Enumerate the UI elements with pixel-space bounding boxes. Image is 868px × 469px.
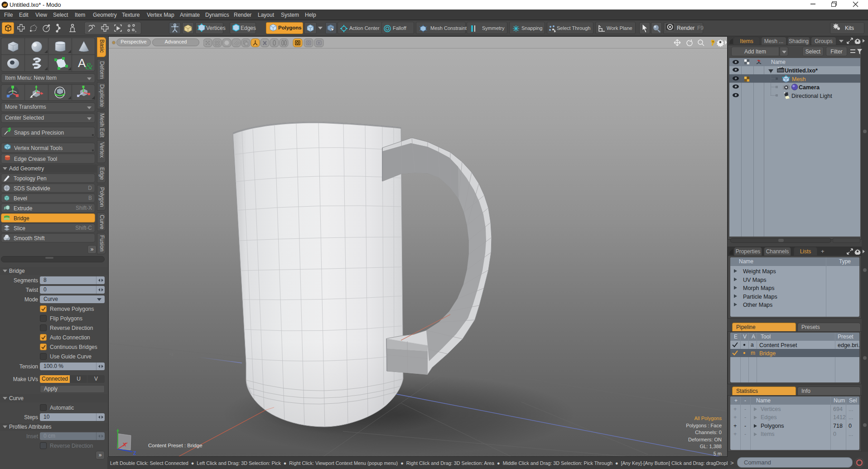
- svg-text:Other Maps: Other Maps: [743, 302, 772, 308]
- svg-text:a: a: [751, 342, 754, 348]
- svg-text:0: 0: [849, 423, 852, 429]
- svg-text:Z: Z: [133, 450, 136, 456]
- svg-text:...: ...: [849, 431, 853, 437]
- svg-text:Bridge: Bridge: [759, 350, 776, 357]
- svg-text:Content Preset: Content Preset: [759, 342, 797, 348]
- svg-text:-: -: [744, 406, 746, 412]
- svg-text:m: m: [751, 350, 755, 356]
- svg-text:UV Maps: UV Maps: [743, 277, 766, 283]
- svg-text:&: &: [85, 60, 93, 72]
- svg-text:...: ...: [849, 406, 853, 412]
- svg-text:718: 718: [833, 423, 843, 429]
- svg-text:...: ...: [849, 414, 853, 421]
- svg-text:+: +: [733, 431, 737, 437]
- svg-text:-: -: [744, 431, 746, 437]
- svg-text:edge.bri...: edge.bri...: [838, 342, 859, 348]
- svg-text:Particle Maps: Particle Maps: [743, 294, 777, 300]
- svg-text:694: 694: [833, 406, 843, 412]
- svg-text:Mesh: Mesh: [792, 76, 806, 82]
- svg-text:Edges: Edges: [761, 414, 776, 421]
- svg-text:Camera: Camera: [799, 84, 820, 91]
- svg-text:Items: Items: [761, 431, 775, 437]
- svg-text:+: +: [733, 414, 737, 421]
- svg-text:-: -: [744, 414, 746, 421]
- svg-text:+: +: [733, 423, 737, 429]
- svg-text:+: +: [733, 406, 737, 412]
- svg-text:+z: +z: [169, 352, 174, 357]
- svg-text:Polygons: Polygons: [761, 423, 784, 429]
- svg-text:Directional Light: Directional Light: [791, 93, 832, 99]
- svg-text:0: 0: [833, 431, 836, 437]
- svg-text:Untitled.lxo*: Untitled.lxo*: [785, 68, 818, 74]
- svg-text:Vertices: Vertices: [761, 406, 781, 412]
- svg-text:Weight Maps: Weight Maps: [743, 268, 776, 275]
- svg-text:Morph Maps: Morph Maps: [743, 285, 774, 291]
- svg-text:1412: 1412: [833, 414, 846, 421]
- svg-text:X: X: [123, 442, 126, 447]
- svg-text:+x: +x: [536, 319, 541, 324]
- svg-text:-: -: [744, 423, 746, 429]
